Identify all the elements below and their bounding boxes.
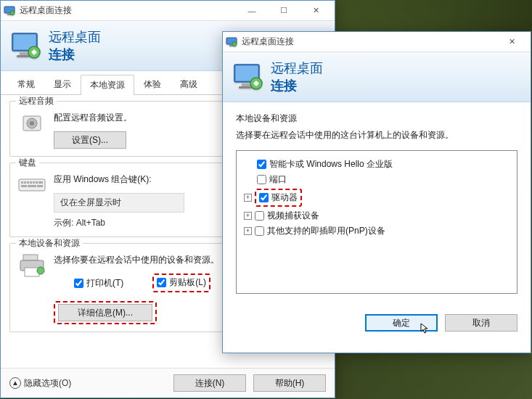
- highlight-more-button: 详细信息(M)...: [54, 301, 157, 324]
- legend-keyboard: 键盘: [16, 157, 39, 169]
- header-subtitle: 连接: [49, 46, 101, 63]
- sub-titlebar[interactable]: 远程桌面连接 ✕: [223, 32, 531, 52]
- highlight-drives: 驱动器: [255, 189, 302, 207]
- app-icon: [226, 36, 237, 48]
- tree-item-ports[interactable]: 端口: [244, 172, 510, 187]
- svg-rect-21: [37, 185, 43, 187]
- sub-section-title: 本地设备和资源: [236, 112, 517, 125]
- svg-rect-17: [36, 181, 38, 184]
- sub-header: 远程桌面 连接: [223, 52, 531, 102]
- main-titlebar[interactable]: 远程桌面连接 — ☐ ✕: [1, 1, 335, 21]
- tab-general[interactable]: 常规: [8, 74, 44, 94]
- main-title: 远程桌面连接: [20, 4, 236, 17]
- chevron-up-icon: ▲: [9, 377, 21, 389]
- tab-display[interactable]: 显示: [44, 74, 81, 94]
- keyboard-icon: [17, 170, 46, 200]
- printer-icon: [17, 251, 46, 280]
- main-window-controls: — ☐ ✕: [236, 1, 332, 21]
- legend-remote-audio: 远程音频: [16, 95, 57, 107]
- expand-drives[interactable]: +: [244, 194, 252, 202]
- ok-button[interactable]: 确定: [365, 314, 438, 332]
- item-label: 驱动器: [271, 192, 298, 204]
- svg-rect-22: [23, 255, 38, 260]
- svg-point-10: [30, 121, 34, 126]
- clipboard-label: 剪贴板(L): [169, 276, 206, 289]
- app-icon: [4, 5, 15, 17]
- svg-point-25: [37, 267, 44, 274]
- item-label: 视频捕获设备: [267, 210, 319, 222]
- svg-rect-14: [27, 181, 29, 184]
- sub-section-desc: 选择要在远程会话中使用的这台计算机上的设备和资源。: [236, 129, 517, 141]
- rdc-local-resources-dialog: 远程桌面连接 ✕ 远程桌面 连接 本地设备和资源 选择要在远程会话中使用的这台计…: [222, 31, 531, 353]
- svg-rect-20: [28, 185, 36, 187]
- expand-video[interactable]: +: [244, 212, 252, 220]
- tree-item-video[interactable]: +视频捕获设备: [244, 208, 510, 223]
- hide-options-toggle[interactable]: ▲ 隐藏选项(O): [9, 377, 173, 390]
- help-button[interactable]: 帮助(H): [253, 374, 326, 392]
- svg-rect-19: [21, 185, 27, 187]
- header-titles: 远程桌面 连接: [49, 28, 101, 63]
- sub-body: 本地设备和资源 选择要在远程会话中使用的这台计算机上的设备和资源。 智能卡或 W…: [223, 102, 531, 304]
- keyboard-combo-select[interactable]: 仅在全屏显示时: [54, 193, 184, 213]
- minimize-button[interactable]: —: [236, 1, 268, 21]
- sub-button-row: 确定 取消: [223, 304, 531, 342]
- sub-window-controls: ✕: [496, 32, 528, 52]
- maximize-button[interactable]: ☐: [268, 1, 300, 21]
- sub-title: 远程桌面连接: [242, 36, 496, 48]
- cancel-button[interactable]: 取消: [445, 314, 517, 332]
- item-label: 其他支持的即插即用(PnP)设备: [267, 225, 385, 237]
- header-monitor-icon: [11, 30, 41, 61]
- devices-tree[interactable]: 智能卡或 Windows Hello 企业版 端口 + 驱动器 +视频捕获设备 …: [236, 150, 517, 294]
- expand-pnp[interactable]: +: [244, 227, 252, 235]
- header-title: 远程桌面: [49, 28, 101, 46]
- tree-item-pnp[interactable]: +其他支持的即插即用(PnP)设备: [244, 223, 510, 239]
- svg-rect-15: [30, 181, 32, 184]
- printer-label: 打印机(T): [86, 277, 123, 289]
- connect-button[interactable]: 连接(N): [173, 374, 246, 392]
- svg-point-2: [10, 11, 15, 15]
- sub-header-title: 远程桌面: [271, 59, 323, 77]
- item-label: 端口: [269, 173, 287, 186]
- clipboard-checkbox[interactable]: 剪贴板(L): [157, 276, 206, 289]
- svg-rect-13: [24, 181, 26, 184]
- tree-item-smartcard[interactable]: 智能卡或 Windows Hello 企业版: [244, 157, 510, 172]
- audio-settings-button[interactable]: 设置(S)...: [54, 131, 126, 149]
- printer-checkbox[interactable]: 打印机(T): [74, 273, 123, 292]
- svg-rect-12: [21, 181, 23, 184]
- sub-header-subtitle: 连接: [271, 77, 323, 94]
- svg-rect-16: [33, 181, 35, 184]
- tab-local-resources[interactable]: 本地资源: [81, 75, 134, 95]
- main-footer: ▲ 隐藏选项(O) 连接(N) 帮助(H): [1, 368, 335, 398]
- highlight-clipboard: 剪贴板(L): [152, 273, 210, 292]
- speaker-icon: [17, 109, 46, 138]
- sub-header-titles: 远程桌面 连接: [271, 59, 323, 94]
- more-details-button[interactable]: 详细信息(M)...: [58, 304, 152, 321]
- header-monitor-icon: [233, 62, 263, 92]
- close-button[interactable]: ✕: [300, 1, 332, 21]
- tab-experience[interactable]: 体验: [134, 74, 171, 94]
- tab-advanced[interactable]: 高级: [171, 74, 207, 94]
- drives-checkbox[interactable]: [259, 193, 269, 202]
- sub-close-button[interactable]: ✕: [496, 32, 528, 52]
- legend-local-devices: 本地设备和资源: [16, 237, 83, 250]
- cursor-icon: [420, 323, 432, 334]
- svg-point-28: [232, 42, 237, 46]
- tree-item-drives-row: + 驱动器: [244, 187, 510, 208]
- svg-rect-18: [38, 181, 43, 184]
- hide-options-label: 隐藏选项(O): [24, 377, 71, 390]
- item-label: 智能卡或 Windows Hello 企业版: [269, 158, 393, 170]
